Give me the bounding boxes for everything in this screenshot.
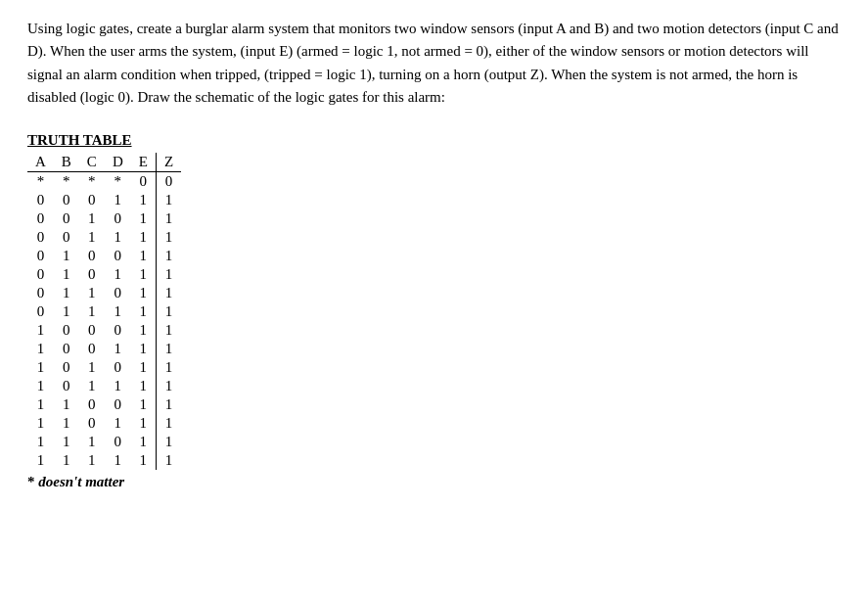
table-cell: 0	[105, 433, 131, 451]
table-cell: 1	[54, 302, 79, 321]
table-cell: 0	[27, 302, 54, 321]
footnote-star: *	[27, 474, 38, 489]
table-cell: 1	[156, 433, 181, 451]
table-row: 101011	[27, 358, 181, 377]
table-cell: 1	[156, 191, 181, 209]
table-cell: *	[105, 172, 131, 192]
table-cell: 1	[79, 284, 105, 302]
table-cell: 1	[156, 377, 181, 395]
col-header-a: A	[27, 153, 54, 172]
table-row: 010011	[27, 247, 181, 265]
table-row: 100111	[27, 340, 181, 358]
table-row: 111011	[27, 433, 181, 451]
table-cell: 1	[27, 321, 54, 340]
table-cell: 1	[156, 451, 181, 470]
footnote-text: doesn't matter	[38, 474, 124, 489]
table-cell: 1	[54, 265, 79, 284]
table-cell: 1	[54, 395, 79, 414]
table-cell: 1	[79, 451, 105, 470]
table-cell: 1	[156, 321, 181, 340]
table-cell: 1	[131, 358, 157, 377]
table-cell: 1	[79, 433, 105, 451]
table-cell: 0	[131, 172, 157, 192]
table-cell: 0	[105, 358, 131, 377]
table-cell: 1	[54, 414, 79, 433]
table-row: 110011	[27, 395, 181, 414]
intro-paragraph: Using logic gates, create a burglar alar…	[27, 18, 841, 109]
col-header-b: B	[54, 153, 79, 172]
table-cell: 0	[27, 284, 54, 302]
table-row: 001111	[27, 228, 181, 247]
table-row: 100011	[27, 321, 181, 340]
table-cell: 0	[105, 321, 131, 340]
table-cell: 1	[79, 228, 105, 247]
table-cell: 0	[105, 209, 131, 228]
table-cell: 0	[79, 191, 105, 209]
table-cell: 1	[131, 265, 157, 284]
col-header-c: C	[79, 153, 105, 172]
table-row: 110111	[27, 414, 181, 433]
table-cell: 1	[105, 377, 131, 395]
table-cell: 1	[156, 265, 181, 284]
table-cell: *	[54, 172, 79, 192]
table-cell: 0	[79, 265, 105, 284]
table-cell: 1	[27, 377, 54, 395]
table-cell: 1	[27, 395, 54, 414]
table-cell: 1	[105, 340, 131, 358]
table-cell: 0	[54, 321, 79, 340]
table-cell: 1	[156, 247, 181, 265]
table-cell: 0	[105, 395, 131, 414]
col-header-d: D	[105, 153, 131, 172]
table-cell: 1	[131, 247, 157, 265]
table-cell: *	[27, 172, 54, 192]
table-cell: 0	[79, 340, 105, 358]
table-row: 001011	[27, 209, 181, 228]
table-row: ****00	[27, 172, 181, 192]
table-cell: 0	[79, 247, 105, 265]
table-cell: 1	[131, 191, 157, 209]
table-cell: 1	[156, 284, 181, 302]
table-cell: 1	[27, 451, 54, 470]
table-row: 010111	[27, 265, 181, 284]
intro-text: Using logic gates, create a burglar alar…	[27, 21, 839, 105]
table-cell: 1	[105, 302, 131, 321]
table-cell: 0	[27, 209, 54, 228]
table-cell: 1	[131, 451, 157, 470]
table-cell: 1	[79, 209, 105, 228]
table-cell: 1	[79, 358, 105, 377]
table-cell: 1	[156, 302, 181, 321]
table-cell: 0	[105, 284, 131, 302]
col-header-z: Z	[156, 153, 181, 172]
table-row: 111111	[27, 451, 181, 470]
table-cell: 1	[131, 433, 157, 451]
table-cell: 1	[105, 451, 131, 470]
table-cell: 1	[131, 321, 157, 340]
table-cell: 0	[27, 247, 54, 265]
table-cell: 0	[79, 395, 105, 414]
table-row: 000111	[27, 191, 181, 209]
table-cell: 1	[156, 209, 181, 228]
footnote: * doesn't matter	[27, 474, 841, 490]
table-cell: 0	[54, 377, 79, 395]
table-cell: 1	[54, 451, 79, 470]
table-cell: 1	[156, 358, 181, 377]
table-cell: 1	[79, 302, 105, 321]
table-cell: 1	[131, 209, 157, 228]
table-cell: 1	[27, 433, 54, 451]
col-header-e: E	[131, 153, 157, 172]
table-cell: 0	[54, 209, 79, 228]
truth-table-title: TRUTH TABLE	[27, 132, 841, 149]
table-cell: 0	[54, 228, 79, 247]
table-cell: 1	[156, 228, 181, 247]
table-cell: 1	[131, 302, 157, 321]
table-cell: 1	[105, 414, 131, 433]
table-cell: 1	[54, 433, 79, 451]
table-cell: 1	[105, 191, 131, 209]
table-cell: 1	[131, 395, 157, 414]
table-cell: 0	[27, 228, 54, 247]
table-cell: 0	[27, 265, 54, 284]
table-cell: 0	[105, 247, 131, 265]
table-cell: 1	[27, 358, 54, 377]
table-cell: 1	[79, 377, 105, 395]
table-cell: 1	[131, 340, 157, 358]
